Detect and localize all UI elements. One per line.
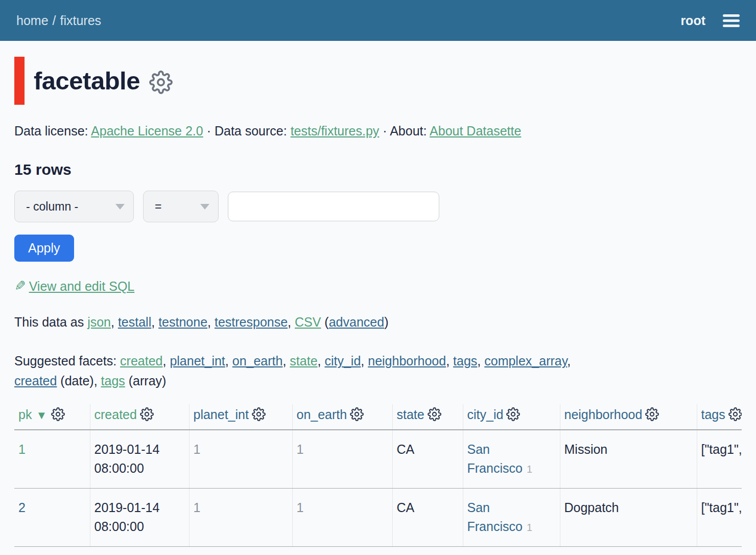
cell-neighborhood: Mission [560,430,697,489]
breadcrumb-separator: / [53,13,56,28]
column-cog-icon[interactable] [428,407,441,421]
apply-button[interactable]: Apply [14,235,74,262]
cell-state: CA [392,430,463,489]
data-table-wrap: pk ▼createdplanet_inton_earthstatecity_i… [14,404,742,547]
column-link-pk[interactable]: pk [18,407,32,422]
facet-link-state[interactable]: state [290,354,317,368]
filter-column-select[interactable]: - column - [14,191,134,222]
table-header-row: pk ▼createdplanet_inton_earthstatecity_i… [14,404,742,430]
cell-city-id: San Francisco1 [463,488,560,546]
city-link[interactable]: San Francisco [467,500,523,534]
breadcrumb-database-link[interactable]: fixtures [60,13,102,28]
column-link-neighborhood[interactable]: neighborhood [564,407,643,422]
facet-link-neighborhood[interactable]: neighborhood [368,354,446,368]
menu-icon[interactable] [723,12,740,30]
cell-created: 2019-01-14 08:00:00 [90,488,189,546]
column-link-tags[interactable]: tags [701,407,725,422]
metadata-line: Data license: Apache License 2.0 · Data … [14,124,742,138]
city-link[interactable]: San Francisco [467,442,523,476]
facet-link-planet-int[interactable]: planet_int [170,354,225,368]
title-accent-bar [14,57,25,105]
cell-planet-int: 1 [189,488,292,546]
license-link[interactable]: Apache License 2.0 [91,124,203,138]
column-header-created: created [90,404,189,430]
facet-link-created[interactable]: created [14,374,57,388]
column-cog-icon[interactable] [350,407,364,421]
column-header-planet_int: planet_int [189,404,292,430]
table-row: 12019-01-14 08:00:0011CASan Francisco1Mi… [14,430,742,489]
column-cog-icon[interactable] [506,407,520,421]
column-cog-icon[interactable] [645,407,659,421]
facet-link-city-id[interactable]: city_id [324,354,361,368]
column-cog-icon[interactable] [728,407,742,421]
city-raw-id: 1 [527,464,532,475]
column-link-city_id[interactable]: city_id [467,407,504,422]
cell-pk: 2 [14,488,90,546]
city-raw-id: 1 [527,522,532,533]
column-cog-icon[interactable] [252,407,266,421]
main-content: facetable Data license: Apache License 2… [0,55,756,547]
export-link-testresponse[interactable]: testresponse [215,315,288,329]
facet-link-on-earth[interactable]: on_earth [232,354,283,368]
row-pk-link[interactable]: 1 [18,442,26,456]
cell-created: 2019-01-14 08:00:00 [90,430,189,489]
breadcrumb: home/fixtures [16,13,101,28]
license-label: Data license: [14,124,88,138]
facets-prefix: Suggested facets: [14,354,120,368]
column-header-tags: tags [697,404,742,430]
column-link-planet_int[interactable]: planet_int [194,407,249,422]
facet-link-tags[interactable]: tags [453,354,477,368]
cell-on-earth: 1 [292,430,392,489]
export-link-advanced[interactable]: advanced [329,315,384,329]
page-title: facetable [34,66,140,95]
view-edit-sql-link[interactable]: View and edit SQL [29,279,135,293]
cell-state: CA [392,488,463,546]
export-link-testnone[interactable]: testnone [158,315,207,329]
column-cog-icon[interactable] [51,407,65,421]
column-link-on_earth[interactable]: on_earth [297,407,347,422]
data-table: pk ▼createdplanet_inton_earthstatecity_i… [14,404,742,547]
breadcrumb-home-link[interactable]: home [16,13,49,28]
column-header-state: state [392,404,463,430]
cell-pk: 1 [14,430,90,489]
row-count: 15 rows [14,161,742,178]
export-line: This data as json, testall, testnone, te… [14,315,742,330]
pencil-icon: ✎ [14,278,26,294]
sort-desc-icon: ▼ [33,409,47,422]
about-link[interactable]: About Datasette [430,124,521,138]
cell-on-earth: 1 [292,488,392,546]
facet-link-tags[interactable]: tags [101,374,125,388]
facet-link-created[interactable]: created [120,354,162,368]
row-pk-link[interactable]: 2 [18,500,26,515]
facet-link-complex-array[interactable]: complex_array [484,354,567,368]
cell-city-id: San Francisco1 [463,430,560,489]
export-prefix: This data as [14,315,87,329]
cell-tags: ["tag1", "tag3"] [697,488,742,546]
source-label: Data source: [215,124,287,138]
metadata-separator: · [383,124,387,138]
column-link-state[interactable]: state [397,407,424,422]
column-cog-icon[interactable] [140,407,154,421]
export-link-csv[interactable]: CSV [295,315,321,329]
table-row: 22019-01-14 08:00:0011CASan Francisco1Do… [14,488,742,546]
table-cog-icon[interactable] [149,71,173,94]
column-header-city_id: city_id [463,404,560,430]
export-link-testall[interactable]: testall [118,315,151,329]
column-link-created[interactable]: created [94,407,137,422]
filter-row: - column - = [14,191,742,222]
filter-value-input[interactable] [228,192,439,221]
cell-tags: ["tag1", "tag2"] [697,430,742,489]
sql-line: ✎View and edit SQL [14,278,742,294]
logged-in-user[interactable]: root [680,13,705,28]
top-nav: home/fixtures root [0,0,756,41]
column-header-pk: pk ▼ [14,404,90,430]
column-header-neighborhood: neighborhood [560,404,697,430]
metadata-separator: · [207,124,211,138]
suggested-facets: Suggested facets: created, planet_int, o… [14,351,742,391]
cell-neighborhood: Dogpatch [560,488,697,546]
source-link[interactable]: tests/fixtures.py [291,124,380,138]
column-header-on_earth: on_earth [292,404,392,430]
export-link-json[interactable]: json [87,315,111,329]
filter-operator-select[interactable]: = [143,191,219,222]
about-label: About: [390,124,427,138]
